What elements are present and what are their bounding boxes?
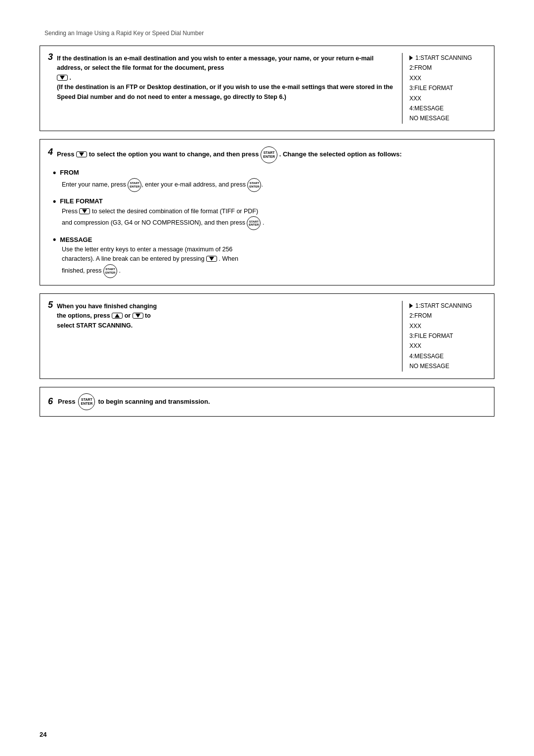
message-desc-4: finished, press [62, 267, 103, 274]
down-arrow-button-step5 [133, 313, 143, 319]
step6-box: 6 Press STARTENTER to begin scanning and… [40, 387, 494, 417]
step3-left: 3 If the destination is an e-mail destin… [48, 53, 402, 104]
step5-number: 5 [48, 300, 53, 310]
step5-title-line2a: the options, press [57, 312, 112, 319]
message-desc-1: Use the letter entry keys to enter a mes… [62, 246, 232, 253]
step6-text1: Press [58, 398, 75, 405]
step5-left: 5 When you have finished changing the op… [48, 301, 402, 331]
start-enter-button-5[interactable]: STARTENTER [103, 264, 117, 278]
step3-box: 3 If the destination is an e-mail destin… [40, 46, 494, 131]
arrow-down-icon-5 [135, 314, 140, 318]
bullet-message-label: • MESSAGE [53, 235, 486, 244]
arrow-up-icon [115, 314, 120, 318]
bullet-message-desc: Use the letter entry keys to enter a mes… [62, 245, 486, 278]
step5-screen-item-7: NO MESSAGE [409, 361, 486, 371]
screen-item-7: NO MESSAGE [409, 113, 486, 123]
step3-note: (If the destination is an FTP or Desktop… [57, 83, 393, 102]
step5-title-to: to [145, 312, 151, 319]
bullet-message: • MESSAGE Use the letter entry keys to e… [53, 235, 486, 278]
start-enter-button-3[interactable]: STARTENTER [247, 178, 261, 192]
selected-indicator-icon [409, 55, 413, 60]
screen-item-5: XXX [409, 94, 486, 103]
bullet-message-text: MESSAGE [60, 236, 92, 243]
bullet-from-label: • FROM [53, 168, 486, 177]
fileformat-desc-2: to select the desired combination of fil… [92, 208, 258, 215]
step5-body: When you have finished changing the opti… [57, 302, 157, 331]
message-desc-3: . When [219, 255, 238, 262]
start-enter-button-2[interactable]: STARTENTER [128, 178, 141, 192]
step4-title: 4 Press to select the option you want to… [48, 146, 486, 163]
step5-box: 5 When you have finished changing the op… [40, 293, 494, 379]
down-arrow-button-step3 [57, 75, 68, 81]
step5-screen-item-3: XXX [409, 321, 486, 331]
step6-number: 6 [48, 396, 53, 407]
fileformat-desc-1: Press [62, 208, 79, 215]
step5-screen-item-4: 3:FILE FORMAT [409, 331, 486, 341]
step4-number: 4 [48, 146, 53, 159]
arrow-down-icon-2 [79, 152, 84, 156]
step3-screen: 1:START SCANNING 2:FROM XXX 3:FILE FORMA… [402, 53, 486, 124]
step3-body: If the destination is an e-mail destinat… [57, 54, 393, 104]
start-enter-button-4[interactable]: STARTENTER [247, 216, 261, 230]
bullet-dot-icon: • [53, 168, 56, 177]
start-enter-button-step6[interactable]: STARTENTER [78, 393, 95, 410]
step5-screen-item-6: 4:MESSAGE [409, 351, 486, 361]
up-arrow-button-step5 [112, 313, 123, 319]
step4-title-text2: to select the option you want to change,… [89, 150, 261, 158]
bullet-dot-icon-3: • [53, 235, 56, 244]
step4-box: 4 Press to select the option you want to… [40, 139, 494, 285]
step5-screen-item-1: 1:START SCANNING [409, 301, 486, 311]
page: Sending an Image Using a Rapid Key or Sp… [0, 0, 534, 756]
page-header: Sending an Image Using a Rapid Key or Sp… [40, 30, 494, 37]
step3-title: If the destination is an e-mail destinat… [57, 55, 373, 71]
bullet-dot-icon-2: • [53, 197, 56, 206]
screen-item-3: XXX [409, 73, 486, 83]
selected-indicator-icon-2 [409, 303, 413, 308]
bullet-from-desc: Enter your name, press STARTENTER, enter… [62, 178, 486, 192]
message-desc-5: . [119, 267, 121, 274]
down-arrow-button-step4 [76, 151, 87, 157]
bullet-fileformat: • FILE FORMAT Press to select the desire… [53, 197, 486, 230]
step3-period: . [70, 74, 71, 81]
bullet-fileformat-label: • FILE FORMAT [53, 197, 486, 206]
step5-title-line3: select START SCANNING. [57, 322, 133, 329]
screen-item-4: 3:FILE FORMAT [409, 83, 486, 93]
step5-title-line1: When you have finished changing [57, 303, 157, 310]
start-enter-button-1[interactable]: STARTENTER [261, 146, 277, 163]
step5-screen: 1:START SCANNING 2:FROM XXX 3:FILE FORMA… [402, 301, 486, 372]
bullet-fileformat-text: FILE FORMAT [60, 197, 102, 205]
down-arrow-button-message [206, 256, 217, 262]
arrow-down-icon [60, 76, 65, 80]
bullet-from: • FROM Enter your name, press STARTENTER… [53, 168, 486, 192]
step6-text2: to begin scanning and transmission. [98, 398, 210, 405]
bullet-fileformat-desc: Press to select the desired combination … [62, 207, 486, 230]
step4-title-text3: . Change the selected option as follows: [279, 150, 402, 158]
bullet-from-text: FROM [60, 169, 79, 176]
screen-item-2: 2:FROM [409, 63, 486, 73]
page-number: 24 [40, 731, 46, 738]
message-desc-2: characters). A line break can be entered… [62, 255, 206, 262]
fileformat-desc-3: and compression (G3, G4 or NO COMPRESSIO… [62, 219, 247, 226]
step5-screen-item-2: 2:FROM [409, 311, 486, 321]
header-text: Sending an Image Using a Rapid Key or Sp… [44, 30, 204, 37]
step4-content: 4 Press to select the option you want to… [48, 146, 486, 278]
arrow-down-icon-4 [209, 257, 214, 261]
step5-title-or: or [125, 312, 133, 319]
screen-item-1: 1:START SCANNING [409, 53, 486, 63]
down-arrow-button-fileformat [79, 208, 90, 214]
screen-item-6: 4:MESSAGE [409, 103, 486, 113]
step5-screen-item-5: XXX [409, 341, 486, 351]
step4-title-text1: Press [57, 150, 76, 158]
arrow-down-icon-3 [82, 209, 87, 213]
step3-number: 3 [48, 52, 53, 62]
fileformat-desc-4: . [263, 219, 264, 226]
